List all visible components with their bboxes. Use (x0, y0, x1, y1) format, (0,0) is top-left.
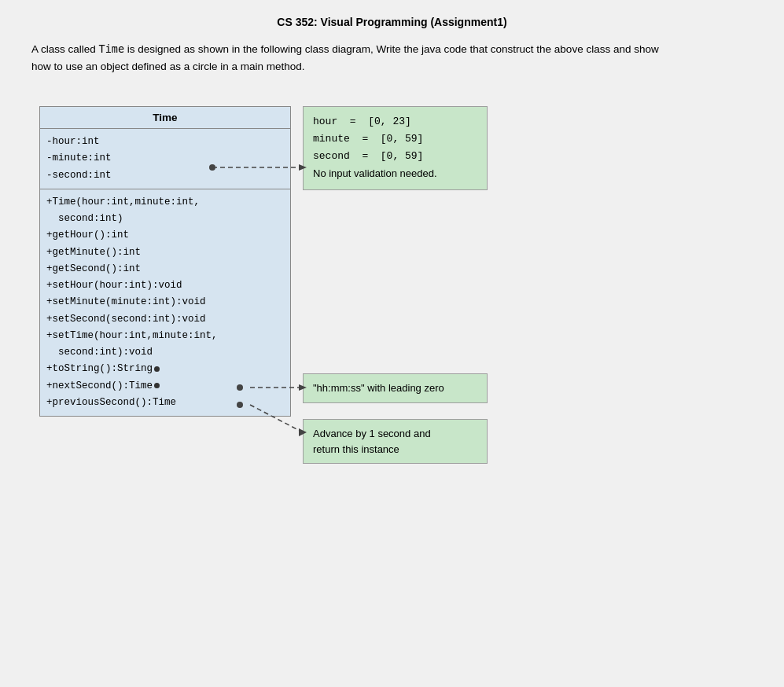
note-top-line3: second = [0, 59] (313, 148, 477, 165)
page-title: CS 352: Visual Programming (Assignment1) (31, 16, 753, 28)
method-setHour: +setHour(hour:int):void (46, 277, 284, 294)
diagram-container: Time -hour:int -minute:int -second:int +… (31, 98, 503, 476)
note-top-line2: minute = [0, 59] (313, 130, 477, 148)
method-previousSecond: +previousSecond():Time (46, 395, 284, 411)
method-getSecond: +getSecond():int (46, 261, 284, 277)
field-hour: -hour:int (46, 134, 284, 150)
note-bottom-line1: Advance by 1 second and (313, 426, 477, 442)
note-middle: "hh:mm:ss" with leading zero (303, 373, 488, 403)
class-fields: -hour:int -minute:int -second:int (40, 129, 290, 189)
note-bottom: Advance by 1 second and return this inst… (303, 419, 488, 464)
note-bottom-line2: return this instance (313, 442, 477, 457)
description: A class called Time is designed as shown… (31, 41, 676, 75)
method-getMinute: +getMinute():int (46, 244, 284, 261)
class-name: Time (40, 107, 290, 129)
method-toString: +toString():String (46, 361, 284, 377)
note-top: hour = [0, 23] minute = [0, 59] second =… (303, 106, 488, 189)
class-methods: +Time(hour:int,minute:int, second:int) +… (40, 189, 290, 416)
note-middle-text: "hh:mm:ss" with leading zero (313, 382, 444, 394)
method-nextSecond: +nextSecond():Time (46, 378, 284, 395)
field-minute: -minute:int (46, 150, 284, 167)
field-second: -second:int (46, 167, 284, 184)
method-getHour: +getHour():int (46, 227, 284, 244)
method-setMinute: +setMinute(minute:int):void (46, 294, 284, 310)
method-constructor-cont: second:int) (46, 211, 284, 227)
method-setSecond: +setSecond(second:int):void (46, 311, 284, 328)
method-constructor: +Time(hour:int,minute:int, (46, 194, 284, 211)
note-top-line1: hour = [0, 23] (313, 113, 477, 130)
method-setTime: +setTime(hour:int,minute:int, (46, 328, 284, 344)
class-box: Time -hour:int -minute:int -second:int +… (39, 106, 291, 417)
method-setTime-cont: second:int):void (46, 344, 284, 361)
note-top-line4: No input validation needed. (313, 165, 477, 182)
